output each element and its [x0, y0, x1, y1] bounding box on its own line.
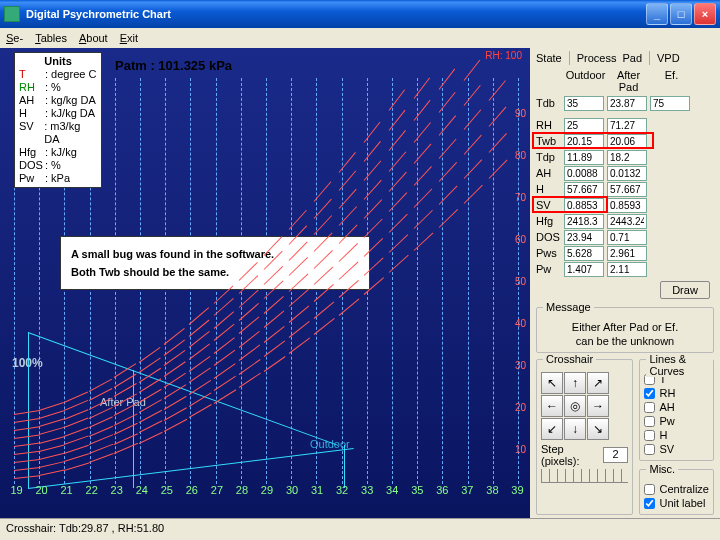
side-panel: State Process Pad VPD Outdoor After Pad …: [530, 48, 720, 518]
centralize-checkbox[interactable]: Centralize: [644, 482, 709, 496]
mode-tabs: State Process Pad VPD: [536, 51, 714, 65]
menu-exit[interactable]: Exit: [120, 32, 138, 44]
data-row-ah: AH: [536, 165, 714, 181]
data-row-pw: Pw: [536, 261, 714, 277]
menu-about[interactable]: About: [79, 32, 108, 44]
patm-label: Patm : 101.325 kPa: [115, 58, 232, 73]
arrow-s-icon[interactable]: ↓: [564, 418, 586, 440]
column-headers: Outdoor After Pad Ef.: [536, 69, 714, 93]
target-icon[interactable]: ◎: [564, 395, 586, 417]
draw-button[interactable]: Draw: [660, 281, 710, 299]
minimize-button[interactable]: _: [646, 3, 668, 25]
ah-outdoor-input[interactable]: [564, 166, 604, 181]
rh-outdoor-input[interactable]: [564, 118, 604, 133]
window-title: Digital Psychrometric Chart: [26, 8, 644, 20]
pws-afterpad-input[interactable]: [607, 246, 647, 261]
hfg-outdoor-input[interactable]: [564, 214, 604, 229]
h-outdoor-input[interactable]: [564, 182, 604, 197]
data-row-dos: DOS: [536, 229, 714, 245]
tdp-afterpad-input[interactable]: [607, 150, 647, 165]
data-row-tdb: Tdb: [536, 95, 714, 111]
data-row-rh: RH: [536, 117, 714, 133]
line-ah-checkbox[interactable]: AH: [644, 400, 709, 414]
data-row-sv: SV: [536, 197, 714, 213]
tdb-outdoor-input[interactable]: [564, 96, 604, 111]
rh-afterpad-input[interactable]: [607, 118, 647, 133]
pw-afterpad-input[interactable]: [607, 262, 647, 277]
menu-tables[interactable]: Tables: [35, 32, 67, 44]
arrow-n-icon[interactable]: ↑: [564, 372, 586, 394]
close-button[interactable]: ×: [694, 3, 716, 25]
arrow-sw-icon[interactable]: ↙: [541, 418, 563, 440]
twb-afterpad-input[interactable]: [607, 134, 647, 149]
menubar: Se- Tables About Exit: [0, 28, 720, 48]
crosshair-tools: ↖ ↑ ↗ ← ◎ → ↙ ↓ ↘: [541, 372, 613, 440]
dos-afterpad-input[interactable]: [607, 230, 647, 245]
data-row-pws: Pws: [536, 245, 714, 261]
maximize-button[interactable]: □: [670, 3, 692, 25]
data-row-hfg: Hfg: [536, 213, 714, 229]
status-bar: Crosshair: Tdb:29.87 , RH:51.80: [0, 518, 720, 536]
bug-annotation: A small bug was found in the software. B…: [60, 236, 370, 290]
cyan-left-vertical: [28, 332, 29, 488]
data-row-tdp: Tdp: [536, 149, 714, 165]
arrow-ne-icon[interactable]: ↗: [587, 372, 609, 394]
twb-outdoor-input[interactable]: [564, 134, 604, 149]
ah-afterpad-input[interactable]: [607, 166, 647, 181]
tab-pad[interactable]: Pad: [622, 52, 642, 64]
tab-vpd[interactable]: VPD: [657, 52, 680, 64]
data-row-twb: Twb: [536, 133, 714, 149]
lines-curves-group: Lines & Curves TRHAHPwHSV: [639, 359, 714, 461]
menu-se[interactable]: Se-: [6, 32, 23, 44]
misc-group: Misc. Centralize Unit label: [639, 469, 714, 515]
cyan-right-vertical: [344, 445, 345, 488]
sv-afterpad-input[interactable]: [607, 198, 647, 213]
arrow-nw-icon[interactable]: ↖: [541, 372, 563, 394]
pws-outdoor-input[interactable]: [564, 246, 604, 261]
titlebar: Digital Psychrometric Chart _ □ ×: [0, 0, 720, 28]
line-rh-checkbox[interactable]: RH: [644, 386, 709, 400]
line-h-checkbox[interactable]: H: [644, 428, 709, 442]
cyan-afterpad-vertical: [133, 370, 134, 488]
line-sv-checkbox[interactable]: SV: [644, 442, 709, 456]
step-label: Step (pixels):: [541, 443, 600, 467]
dos-outdoor-input[interactable]: [564, 230, 604, 245]
x-axis: 1920212223242526272829303132333435363738…: [0, 484, 530, 498]
tab-state[interactable]: State: [536, 52, 562, 64]
message-group: Message Either After Pad or Ef. can be t…: [536, 307, 714, 353]
line-pw-checkbox[interactable]: Pw: [644, 414, 709, 428]
step-spinner[interactable]: 2: [603, 447, 629, 463]
crosshair-status: Crosshair: Tdb:29.87 , RH:51.80: [6, 522, 164, 534]
arrow-se-icon[interactable]: ↘: [587, 418, 609, 440]
tdp-outdoor-input[interactable]: [564, 150, 604, 165]
chart-canvas[interactable]: /*placeholder*/ Units T: degree CRH: %AH…: [0, 48, 530, 518]
rh-100-label: RH: 100: [485, 50, 522, 61]
crosshair-group: Crosshair ↖ ↑ ↗ ← ◎ → ↙ ↓ ↘ Step (pixels…: [536, 359, 633, 515]
unitlabel-checkbox[interactable]: Unit label: [644, 496, 709, 510]
arrow-w-icon[interactable]: ←: [541, 395, 563, 417]
step-slider[interactable]: [541, 469, 628, 483]
sv-outdoor-input[interactable]: [564, 198, 604, 213]
tdb-ef-input[interactable]: [650, 96, 690, 111]
data-row-h: H: [536, 181, 714, 197]
pw-outdoor-input[interactable]: [564, 262, 604, 277]
tdb-afterpad-input[interactable]: [607, 96, 647, 111]
units-legend: Units T: degree CRH: %AH: kg/kg DAH: kJ/…: [14, 52, 102, 188]
app-icon: [4, 6, 20, 22]
hfg-afterpad-input[interactable]: [607, 214, 647, 229]
tab-process[interactable]: Process: [577, 52, 617, 64]
h-afterpad-input[interactable]: [607, 182, 647, 197]
arrow-e-icon[interactable]: →: [587, 395, 609, 417]
